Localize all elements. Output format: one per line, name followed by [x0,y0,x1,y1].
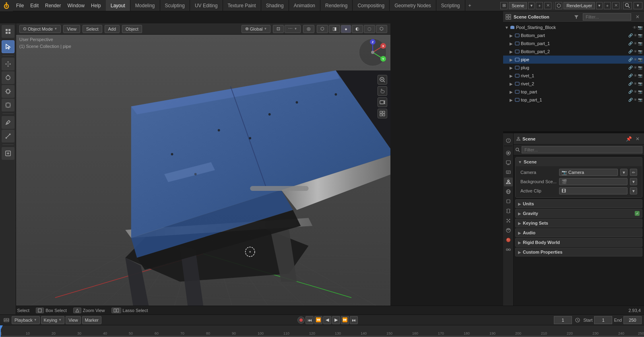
outliner-item-bottom-part[interactable]: ▶ Bottom_part 🔗 👁 📷 [503,31,644,39]
current-frame-input[interactable]: 1 [554,316,572,324]
plug-vis-icon[interactable]: 👁 [634,66,637,70]
camera-browse-btn[interactable]: ▼ [620,169,627,176]
props-icon-viewlayer[interactable] [504,168,513,177]
render-layer-remove-btn[interactable]: ✕ [612,2,619,9]
tp-vis[interactable]: 👁 [634,90,637,94]
outliner-item-bottom-part-2[interactable]: ▶ Bottom_part_2 🔗 👁 📷 [503,48,644,56]
transform-global[interactable]: ⊕ Global ▼ [242,25,271,33]
item-cam-icon[interactable]: 📷 [638,33,642,37]
cursor-tool[interactable] [2,40,14,53]
timeline-ruler[interactable]: 1 10 20 30 40 50 60 70 80 90 100 110 120… [0,325,644,337]
pipe-cam-icon[interactable]: 📷 [638,58,642,62]
select-menu-btn[interactable]: Select [83,25,102,33]
plug-link-icon[interactable]: 🔗 [628,66,633,70]
blender-logo[interactable] [0,0,13,11]
viewport-overlays[interactable]: ⬡ [317,25,328,33]
outliner-item-top-part-1[interactable]: ▶ top_part_1 🔗 👁 📷 [503,96,644,104]
workspace-tool[interactable] [2,25,14,38]
snap-btn[interactable]: ⊡ [273,25,284,33]
axes-gizmo[interactable]: Z X Y [358,38,387,67]
props-icon-physics[interactable] [504,226,513,235]
scene-remove-btn[interactable]: ✕ [544,2,551,9]
gravity-checkbox[interactable]: ✓ [635,211,640,216]
scale-tool[interactable] [2,85,14,98]
xray-btn[interactable]: ◨ [329,25,340,33]
view-btn[interactable]: View [66,316,81,324]
frame-start-input[interactable]: 1 [594,316,612,324]
item-cam-3[interactable]: 📷 [638,50,642,54]
menu-edit[interactable]: Edit [27,0,42,11]
render-layer-selector[interactable]: RenderLayer [564,2,595,9]
move-tool[interactable] [2,58,14,70]
keying-section-header[interactable]: ▶ Keying Sets [515,219,642,227]
shading-wireframe[interactable]: ⬡ [376,25,387,33]
add-workspace-btn[interactable]: + [465,0,475,11]
scene-section-header[interactable]: ▼ Scene [516,157,642,166]
props-close-btn[interactable]: ✕ [634,135,642,143]
view-layer-icon[interactable]: ⊞ [500,2,508,9]
outliner-item-plug[interactable]: ▶ plug 🔗 👁 📷 [503,64,644,72]
scene-add-btn[interactable]: + [536,2,543,9]
custom-props-header[interactable]: ▶ Custom Properties [515,248,642,256]
outliner-item-rivet-1[interactable]: ▶ rivet_1 🔗 👁 📷 [503,72,644,80]
add-object-btn[interactable] [2,147,14,160]
clip-browse-btn[interactable]: ▼ [630,187,637,194]
item-cam-2[interactable]: 📷 [638,41,642,45]
tp-link[interactable]: 🔗 [628,90,633,94]
props-icon-constraints[interactable] [504,245,513,254]
visibility-icon[interactable]: 👁 [633,25,637,30]
item-vis-3[interactable]: 👁 [634,50,637,54]
audio-section-header[interactable]: ▶ Audio [515,228,642,237]
props-search-input[interactable] [522,146,642,153]
tp1-vis[interactable]: 👁 [634,98,637,102]
camera-edit-btn[interactable]: ✏ [630,169,637,176]
menu-file[interactable]: File [13,0,27,11]
annotate-tool[interactable] [2,116,14,129]
outliner-search[interactable] [583,13,631,21]
props-icon-world[interactable] [504,187,513,196]
tp1-cam[interactable]: 📷 [638,98,642,102]
step-back-btn[interactable]: ⏪ [314,316,322,324]
props-icon-modifier[interactable] [504,207,513,215]
tab-modeling[interactable]: Modeling [130,0,160,11]
object-menu-btn[interactable]: Object [122,25,142,33]
render-icon[interactable]: 📷 [638,25,642,30]
shading-rendered[interactable]: ◌ [364,25,375,33]
scene-browse-btn[interactable]: ▼ [528,2,535,9]
step-forward-btn[interactable]: ⏩ [341,316,349,324]
record-btn[interactable] [297,316,305,324]
props-icon-render[interactable] [504,149,513,157]
tab-geometry-nodes[interactable]: Geometry Nodes [390,0,436,11]
camera-value[interactable]: 📷 Camera [559,169,618,176]
outliner-item-pipe[interactable]: ▶ pipe 🔗 👁 📷 [503,56,644,64]
jump-end-btn[interactable]: ⏭ [350,316,358,324]
jump-start-btn[interactable]: ⏮ [305,316,314,324]
item-link-2[interactable]: 🔗 [628,41,633,45]
outliner-close-btn[interactable]: ✕ [634,13,642,21]
bg-browse-btn[interactable]: ▼ [630,178,637,185]
scene-selector[interactable]: Scene [509,2,527,9]
props-icon-scene[interactable] [504,178,513,186]
r2-cam[interactable]: 📷 [638,82,642,86]
render-layer-browse-btn[interactable]: ▼ [596,2,603,9]
outliner-item-bottom-part-1[interactable]: ▶ Bottom_part_1 🔗 👁 📷 [503,39,644,48]
render-layer-add-btn[interactable]: + [604,2,611,9]
add-menu-btn[interactable]: Add [105,25,120,33]
snap-options[interactable]: ⋯ ▼ [285,25,301,33]
outliner-item-rivet-2[interactable]: ▶ rivet_2 🔗 👁 📷 [503,80,644,88]
tp-cam[interactable]: 📷 [638,90,642,94]
tab-rendering[interactable]: Rendering [320,0,353,11]
proportional-edit[interactable]: ◎ [303,25,314,33]
pipe-link-icon[interactable]: 🔗 [628,58,633,62]
zoom-in-btn[interactable] [378,75,387,85]
mode-selector[interactable]: ⊙ Object Mode ▼ [19,25,61,33]
marker-btn[interactable]: Marker [82,316,101,324]
menu-render[interactable]: Render [42,0,64,11]
play-btn[interactable]: ▶ [332,316,340,324]
camera-view-btn[interactable] [378,97,387,107]
props-icon-output[interactable] [504,158,513,167]
playback-btn[interactable]: Playback ▼ [12,316,40,324]
props-icon-material[interactable] [504,236,513,244]
menu-help[interactable]: Help [88,0,104,11]
tab-animation[interactable]: Animation [289,0,320,11]
